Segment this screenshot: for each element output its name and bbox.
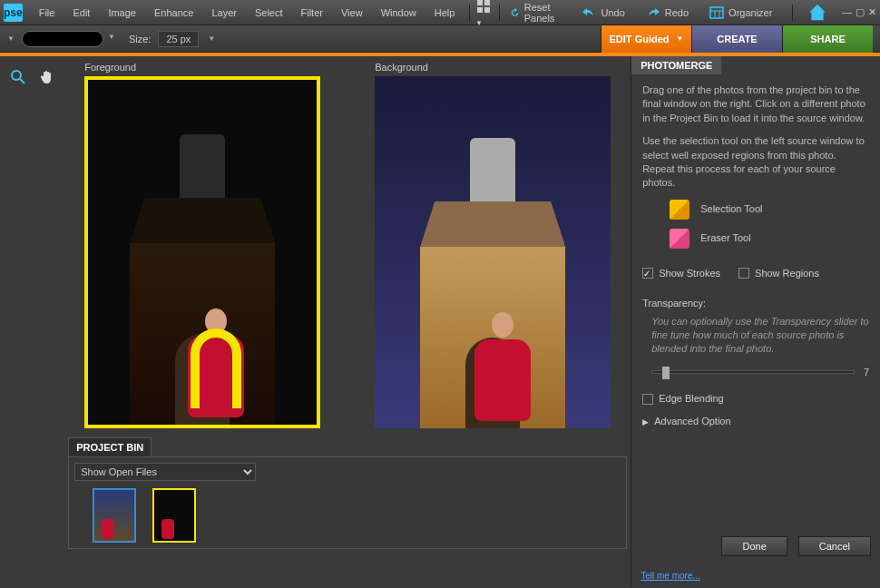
undo-icon <box>581 5 597 21</box>
eraser-icon <box>670 229 689 249</box>
pencil-icon <box>670 200 689 220</box>
right-panel: PHOTOMERGE Drag one of the photos from t… <box>631 56 880 586</box>
minimize-button[interactable]: — <box>842 6 852 18</box>
show-strokes-checkbox[interactable]: Show Strokes <box>642 267 720 280</box>
undo-button[interactable]: Undo <box>575 3 630 23</box>
redo-icon <box>645 5 661 21</box>
svg-line-9 <box>20 79 24 83</box>
mode-edit-button[interactable]: EDIT Guided▼ <box>601 25 691 53</box>
organizer-button[interactable]: Organizer <box>703 3 777 23</box>
transparency-value: 7 <box>864 366 869 379</box>
app-logo: pse <box>4 4 23 22</box>
transparency-help: You can optionally use the Transparency … <box>651 315 869 357</box>
project-bin: Show Open Files <box>68 456 627 549</box>
menu-filter[interactable]: Filter <box>292 4 332 22</box>
grid-icon <box>475 0 492 15</box>
size-value[interactable]: 25 px <box>158 31 199 47</box>
size-label: Size: <box>129 34 151 44</box>
foreground-label: Foreground <box>84 62 320 76</box>
background-image[interactable] <box>375 76 611 428</box>
thumbnail-2[interactable] <box>152 488 196 543</box>
menu-window[interactable]: Window <box>372 4 425 22</box>
thumbnail-1[interactable] <box>93 488 136 543</box>
tell-me-more-link[interactable]: Tell me more... <box>631 565 880 586</box>
menu-edit[interactable]: Edit <box>64 4 99 22</box>
menu-select[interactable]: Select <box>246 4 292 22</box>
transparency-label: Transparency: <box>642 297 869 310</box>
svg-rect-0 <box>477 0 483 5</box>
menu-layer[interactable]: Layer <box>202 4 246 22</box>
transparency-slider[interactable] <box>651 370 855 374</box>
home-icon <box>807 3 827 23</box>
close-button[interactable]: ✕ <box>868 6 876 18</box>
menu-file[interactable]: File <box>30 4 64 22</box>
svg-point-8 <box>12 71 21 80</box>
eraser-tool-button[interactable]: Eraser Tool <box>670 229 869 249</box>
show-regions-checkbox[interactable]: Show Regions <box>738 267 819 280</box>
foreground-image[interactable] <box>84 76 320 428</box>
help-text-1: Drag one of the photos from the project … <box>642 83 869 125</box>
maximize-button[interactable]: ▢ <box>856 6 865 18</box>
mode-share-button[interactable]: SHARE <box>782 25 873 53</box>
reset-panels-button[interactable]: Reset Panels <box>504 0 566 25</box>
menu-bar: pse File Edit Image Enhance Layer Select… <box>0 0 880 25</box>
cancel-button[interactable]: Cancel <box>798 536 871 556</box>
svg-rect-3 <box>484 7 490 13</box>
svg-rect-2 <box>477 7 483 13</box>
menu-image[interactable]: Image <box>99 4 145 22</box>
zoom-tool[interactable] <box>8 67 28 87</box>
edge-blending-checkbox[interactable]: Edge Blending <box>642 392 869 406</box>
svg-rect-4 <box>710 7 723 18</box>
mode-create-button[interactable]: CREATE <box>691 25 782 53</box>
advanced-option-toggle[interactable]: ▶Advanced Option <box>642 415 869 428</box>
home-button[interactable] <box>807 3 827 23</box>
hand-tool[interactable] <box>37 67 57 87</box>
project-bin-title: PROJECT BIN <box>68 437 152 456</box>
arrange-dropdown[interactable]: ▼ <box>475 0 494 27</box>
project-bin-dropdown[interactable]: Show Open Files <box>74 463 256 481</box>
menu-help[interactable]: Help <box>425 4 464 22</box>
svg-rect-1 <box>484 0 490 5</box>
hand-icon <box>39 69 55 85</box>
menu-enhance[interactable]: Enhance <box>145 4 202 22</box>
left-toolbar <box>0 56 64 586</box>
organizer-icon <box>709 5 725 21</box>
photomerge-tab[interactable]: PHOTOMERGE <box>631 56 721 74</box>
menu-view[interactable]: View <box>332 4 372 22</box>
magnifier-icon <box>10 69 26 85</box>
selection-tool-button[interactable]: Selection Tool <box>670 200 869 220</box>
help-text-2: Use the selection tool on the left sourc… <box>642 134 869 191</box>
reset-icon <box>510 5 520 21</box>
background-label: Background <box>375 62 611 76</box>
done-button[interactable]: Done <box>721 536 787 556</box>
selection-stroke <box>191 328 241 408</box>
options-bar: ▼ Size: 25 px ▼ EDIT Guided▼ CREATE SHAR… <box>0 25 880 53</box>
redo-button[interactable]: Redo <box>640 3 694 23</box>
brush-preset-picker[interactable] <box>22 31 103 47</box>
